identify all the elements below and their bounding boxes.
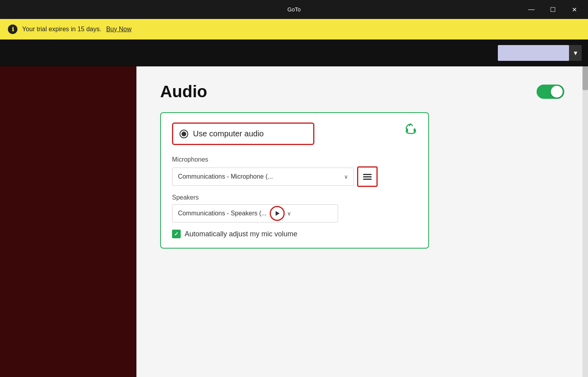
microphone-selected-value: Communications - Microphone (... bbox=[178, 173, 273, 180]
svg-marker-2 bbox=[276, 211, 280, 216]
scrollbar-thumb[interactable] bbox=[582, 66, 588, 90]
minimize-button[interactable]: — bbox=[522, 3, 541, 16]
checkmark-icon: ✓ bbox=[174, 231, 179, 237]
microphones-section: Microphones Communications - Microphone … bbox=[172, 156, 417, 187]
auto-adjust-label: Automatically adjust my mic volume bbox=[185, 230, 297, 238]
video-panel bbox=[0, 66, 136, 377]
use-computer-audio-option[interactable]: Use computer audio bbox=[172, 123, 314, 145]
toggle-knob bbox=[551, 86, 563, 98]
auto-adjust-checkbox[interactable]: ✓ bbox=[172, 230, 181, 238]
app-title: GoTo bbox=[287, 6, 301, 13]
toolbar-dropdown-button[interactable]: ▾ bbox=[569, 45, 582, 61]
speakers-label: Speakers bbox=[172, 194, 417, 201]
info-icon: ℹ bbox=[8, 25, 17, 34]
microphone-chevron-icon: ∨ bbox=[344, 173, 348, 180]
close-button[interactable]: ✕ bbox=[565, 3, 583, 16]
speakers-chevron-icon: ∨ bbox=[287, 210, 291, 217]
use-computer-audio-label: Use computer audio bbox=[193, 129, 264, 138]
auto-adjust-row: ✓ Automatically adjust my mic volume bbox=[172, 230, 417, 238]
speakers-test-button[interactable] bbox=[270, 206, 285, 221]
microphone-select[interactable]: Communications - Microphone (... ∨ bbox=[172, 168, 354, 186]
list-lines-icon bbox=[363, 174, 372, 180]
user-profile-button[interactable] bbox=[498, 45, 569, 61]
buy-now-link[interactable]: Buy Now bbox=[106, 26, 131, 33]
speakers-select-row: Communications - Speakers (... ∨ bbox=[172, 204, 417, 222]
app-toolbar: ▾ bbox=[0, 40, 588, 66]
maximize-button[interactable]: ☐ bbox=[544, 3, 562, 16]
speakers-selected-value: Communications - Speakers (... bbox=[178, 210, 267, 217]
title-bar: GoTo — ☐ ✕ bbox=[0, 0, 588, 19]
audio-header: Audio bbox=[160, 82, 564, 101]
microphone-select-row: Communications - Microphone (... ∨ bbox=[172, 166, 417, 187]
trial-banner: ℹ Your trial expires in 15 days. Buy Now bbox=[0, 19, 588, 40]
radio-button-computer-audio[interactable] bbox=[180, 130, 188, 138]
trial-message: Your trial expires in 15 days. bbox=[22, 26, 101, 33]
main-content: Audio Use computer audio bbox=[0, 66, 588, 377]
microphone-select-inner: Communications - Microphone (... ∨ bbox=[178, 173, 348, 180]
audio-title: Audio bbox=[160, 82, 207, 101]
microphone-settings-button[interactable] bbox=[357, 166, 378, 187]
scrollbar-track bbox=[582, 66, 588, 377]
radio-inner bbox=[182, 132, 186, 136]
window-controls: — ☐ ✕ bbox=[522, 3, 583, 16]
audio-settings-panel: Audio Use computer audio bbox=[136, 66, 588, 377]
speakers-section: Speakers Communications - Speakers (... … bbox=[172, 194, 417, 222]
audio-card: Use computer audio Microphones bbox=[160, 112, 429, 249]
speakers-select[interactable]: Communications - Speakers (... ∨ bbox=[172, 204, 338, 222]
audio-refresh-icon[interactable] bbox=[405, 123, 417, 138]
audio-toggle[interactable] bbox=[537, 85, 564, 99]
microphones-label: Microphones bbox=[172, 156, 417, 163]
audio-card-header: Use computer audio bbox=[172, 123, 417, 155]
